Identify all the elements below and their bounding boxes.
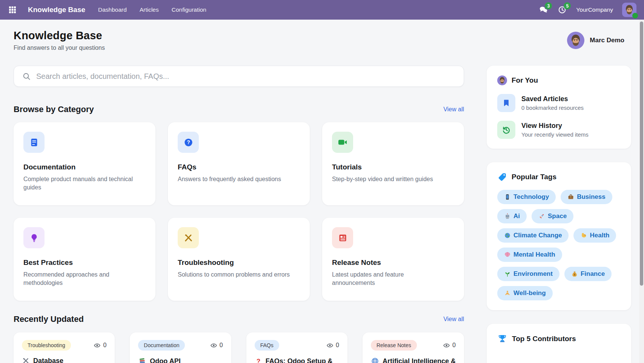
tag-space[interactable]: Space (532, 209, 573, 223)
article-card-artificial-intelligence[interactable]: Release Notes 0 Artificial Intelligence … (363, 332, 464, 363)
money-bag-icon: $ (571, 271, 578, 277)
search-bar (14, 66, 464, 87)
briefcase-icon (567, 194, 574, 200)
messages-button[interactable]: 3 (538, 5, 548, 15)
tags-list: Technology Business Ai Space Climate Cha… (497, 190, 621, 300)
video-camera-icon (332, 132, 353, 153)
item-subtitle: 0 bookmarked resources (521, 105, 584, 111)
contributors-heading: Top 5 Contributors (512, 335, 576, 343)
avatar (497, 75, 507, 85)
category-card-faqs[interactable]: ? FAQs Answers to frequently asked quest… (168, 122, 310, 205)
navbar-brand[interactable]: Knowledge Base (28, 6, 85, 14)
svg-text:$: $ (574, 273, 575, 276)
seedling-icon (504, 271, 511, 277)
popular-tags-panel: Popular Tags Technology Business Ai Spac… (487, 162, 631, 310)
category-card-troubleshooting[interactable]: Troubleshooting Solutions to common prob… (168, 218, 310, 301)
trophy-icon (497, 334, 507, 344)
page-title: Knowledge Base (14, 29, 105, 42)
recent-articles-grid: Troubleshooting 0 Database Documentation… (14, 332, 464, 363)
scrollbar-thumb[interactable] (640, 22, 643, 286)
lightbulb-icon (23, 227, 45, 248)
tag-health[interactable]: Health (573, 228, 616, 243)
category-description: Recommended approaches and methodologies (23, 271, 137, 288)
view-count: 0 (220, 342, 223, 349)
category-title: Troubleshooting (178, 258, 300, 267)
history-icon (497, 121, 515, 139)
article-card-odoo-api[interactable]: Documentation 0 Odoo API (130, 332, 231, 363)
recent-view-all-link[interactable]: View all (443, 316, 464, 323)
article-title: Artificial Intelligence & (383, 357, 456, 363)
robot-icon (504, 213, 511, 220)
category-title: Documentation (23, 163, 146, 171)
view-count: 0 (103, 342, 106, 349)
category-card-documentation[interactable]: Documentation Complete product manuals a… (14, 122, 155, 205)
recent-section-header: Recently Updated View all (14, 314, 464, 324)
view-count: 0 (336, 342, 339, 349)
company-name[interactable]: YourCompany (576, 6, 613, 13)
category-title: Best Practices (23, 258, 146, 267)
book-icon (23, 132, 45, 153)
category-description: Step-by-step video and written guides (332, 175, 445, 183)
view-count: 0 (452, 342, 456, 349)
browse-view-all-link[interactable]: View all (443, 106, 464, 113)
tag-environment[interactable]: Environment (497, 267, 559, 281)
article-title: FAQs: Odoo Setup & (266, 357, 333, 363)
article-card-faqs-odoo-setup[interactable]: FAQs 0 ?FAQs: Odoo Setup & (246, 332, 347, 363)
user-menu-avatar[interactable] (622, 3, 636, 17)
knowledge-base-app: { "navbar": { "brand": "Knowledge Base",… (0, 0, 644, 363)
article-title: Database (33, 357, 63, 363)
nav-item-configuration[interactable]: Configuration (172, 6, 206, 13)
top-contributors-panel: Top 5 Contributors (487, 324, 631, 363)
browse-section-header: Browse by Category View all (14, 105, 464, 114)
tag-climate-change[interactable]: Climate Change (497, 228, 569, 243)
eye-icon (443, 342, 450, 349)
category-badge: Release Notes (371, 340, 417, 351)
activities-count-badge: 5 (564, 2, 571, 9)
tag-technology[interactable]: Technology (497, 190, 556, 204)
activities-button[interactable]: 5 (557, 5, 567, 15)
bicep-icon (580, 232, 587, 239)
top-navbar: Knowledge Base Dashboard Articles Config… (0, 0, 644, 20)
popular-tags-heading: Popular Tags (512, 173, 556, 181)
nav-item-dashboard[interactable]: Dashboard (98, 6, 127, 13)
category-card-release-notes[interactable]: Release Notes Latest updates and feature… (322, 218, 464, 301)
item-title: Saved Articles (521, 95, 584, 103)
red-question-icon: ? (255, 357, 262, 363)
article-card-database[interactable]: Troubleshooting 0 Database (14, 332, 115, 363)
page-scrollbar[interactable] (639, 20, 644, 363)
category-card-tutorials[interactable]: Tutorials Step-by-step video and written… (322, 122, 464, 205)
eye-icon (326, 342, 334, 349)
category-badge: Documentation (138, 340, 185, 351)
category-title: Release Notes (332, 258, 454, 267)
current-user-chip[interactable]: Marc Demo (567, 32, 624, 49)
search-input[interactable] (36, 72, 455, 81)
category-description: Complete product manuals and technical g… (23, 175, 137, 192)
category-title: FAQs (178, 163, 300, 171)
category-card-best-practices[interactable]: Best Practices Recommended approaches an… (14, 218, 155, 301)
svg-text:?: ? (257, 358, 260, 363)
item-title: View History (521, 122, 589, 130)
for-you-panel: For You Saved Articles 0 bookmarked reso… (487, 66, 631, 149)
svg-text:?: ? (187, 139, 190, 145)
article-title: Odoo API (150, 357, 180, 363)
view-history-item[interactable]: View History Your recently viewed items (497, 121, 621, 139)
newspaper-icon (332, 227, 353, 248)
page-header: Knowledge Base Find answers to all your … (14, 29, 631, 51)
recent-heading: Recently Updated (14, 314, 84, 324)
tag-mental-health[interactable]: Mental Health (497, 248, 562, 262)
apps-grid-icon[interactable] (7, 4, 18, 15)
globe-icon (371, 357, 379, 363)
category-description: Latest updates and feature announcements (332, 271, 445, 288)
bookmark-icon (497, 94, 515, 112)
tag-business[interactable]: Business (561, 190, 612, 204)
category-grid: Documentation Complete product manuals a… (14, 122, 464, 301)
browse-heading: Browse by Category (14, 105, 94, 114)
phone-icon (504, 194, 511, 200)
item-subtitle: Your recently viewed items (521, 131, 589, 138)
saved-articles-item[interactable]: Saved Articles 0 bookmarked resources (497, 94, 621, 112)
tag-well-being[interactable]: Well-being (497, 286, 553, 300)
nav-item-articles[interactable]: Articles (140, 6, 159, 13)
tag-ai[interactable]: Ai (497, 209, 527, 223)
tag-finance[interactable]: $Finance (564, 267, 612, 281)
books-icon (138, 357, 146, 363)
